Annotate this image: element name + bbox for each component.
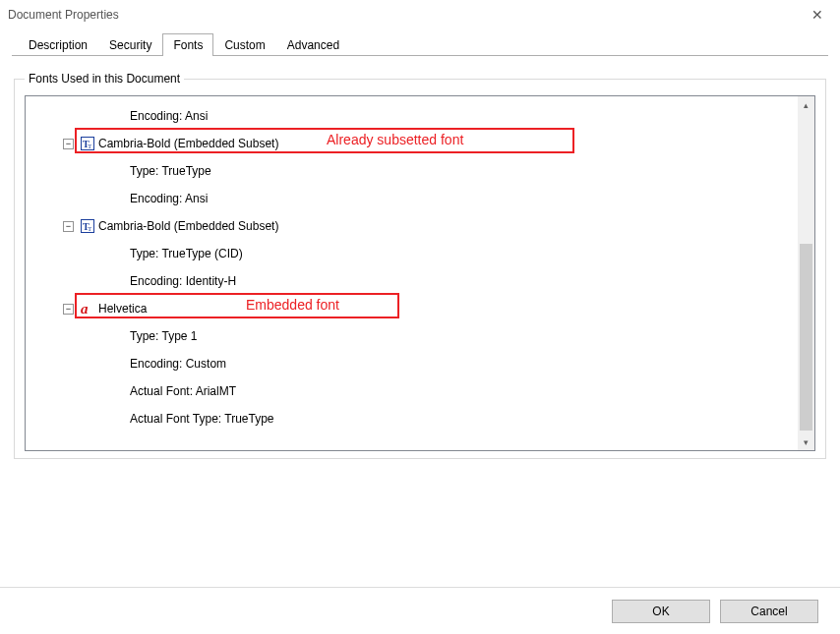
- font-name: Cambria-Bold (Embedded Subset): [98, 219, 278, 233]
- fonts-tree-container: Encoding: Ansi − T T: [25, 95, 815, 451]
- fonts-tree[interactable]: Encoding: Ansi − T T: [26, 96, 798, 450]
- fonts-used-groupbox: Fonts Used in this Document Encoding: An…: [14, 72, 826, 459]
- tab-advanced[interactable]: Advanced: [276, 33, 350, 56]
- font-detail-row: Encoding: Identity-H: [26, 267, 798, 295]
- window-close-button[interactable]: ✕: [795, 0, 840, 29]
- ok-button[interactable]: OK: [612, 600, 710, 623]
- font-detail-row: Encoding: Ansi: [26, 102, 798, 130]
- tree-toggle[interactable]: −: [63, 221, 74, 232]
- font-name: Cambria-Bold (Embedded Subset): [98, 137, 278, 150]
- font-detail-row: Actual Font Type: TrueType: [26, 405, 798, 432]
- tab-security[interactable]: Security: [98, 33, 162, 56]
- tab-panel-fonts: Fonts Used in this Document Encoding: An…: [0, 56, 840, 587]
- document-properties-window: Document Properties ✕ Description Securi…: [0, 0, 840, 634]
- annotation-text-subsetted: Already subsetted font: [327, 132, 463, 147]
- font-detail-row: Type: TrueType (CID): [26, 240, 798, 267]
- truetype-icon: T T: [81, 219, 94, 233]
- font-detail-label: Encoding: Ansi: [130, 109, 208, 123]
- font-detail-row: Encoding: Custom: [26, 350, 798, 377]
- svg-text:a: a: [81, 302, 89, 316]
- font-detail-label: Actual Font: ArialMT: [130, 384, 236, 398]
- svg-text:T: T: [88, 143, 92, 150]
- groupbox-legend: Fonts Used in this Document: [25, 72, 184, 86]
- font-detail-label: Encoding: Identity-H: [130, 274, 236, 288]
- tab-fonts[interactable]: Fonts: [162, 33, 213, 56]
- tree-toggle[interactable]: −: [63, 139, 74, 149]
- font-detail-label: Type: TrueType: [130, 164, 211, 178]
- dialog-button-bar: OK Cancel: [0, 587, 840, 634]
- annotation-text-embedded: Embedded font: [246, 297, 339, 313]
- vertical-scrollbar[interactable]: ▴ ▾: [798, 96, 814, 450]
- type1-icon: a: [81, 302, 94, 316]
- font-detail-label: Type: TrueType (CID): [130, 247, 243, 260]
- scrollbar-up-arrow-icon[interactable]: ▴: [798, 96, 814, 113]
- font-node[interactable]: − a Helvetica: [26, 295, 798, 322]
- font-detail-row: Encoding: Ansi: [26, 185, 798, 212]
- font-detail-row: Type: Type 1: [26, 322, 798, 350]
- font-node[interactable]: − T T Cambria-Bold (Embedded Subset): [26, 212, 798, 240]
- tab-strip: Description Security Fonts Custom Advanc…: [0, 29, 840, 56]
- scrollbar-thumb[interactable]: [800, 244, 812, 431]
- titlebar: Document Properties ✕: [0, 0, 840, 29]
- font-name: Helvetica: [98, 302, 147, 316]
- tree-toggle[interactable]: −: [63, 304, 74, 315]
- tab-custom[interactable]: Custom: [213, 33, 275, 56]
- font-detail-label: Actual Font Type: TrueType: [130, 412, 274, 426]
- font-detail-label: Type: Type 1: [130, 329, 198, 343]
- close-icon: ✕: [811, 7, 823, 23]
- tab-description[interactable]: Description: [18, 33, 98, 56]
- truetype-icon: T T: [81, 137, 94, 150]
- font-detail-label: Encoding: Ansi: [130, 192, 208, 205]
- font-detail-label: Encoding: Custom: [130, 357, 226, 371]
- font-detail-row: Type: TrueType: [26, 157, 798, 185]
- svg-text:T: T: [88, 225, 92, 233]
- cancel-button[interactable]: Cancel: [720, 600, 818, 623]
- scrollbar-down-arrow-icon[interactable]: ▾: [798, 433, 814, 450]
- window-title: Document Properties: [8, 8, 119, 22]
- font-detail-row: Actual Font: ArialMT: [26, 377, 798, 405]
